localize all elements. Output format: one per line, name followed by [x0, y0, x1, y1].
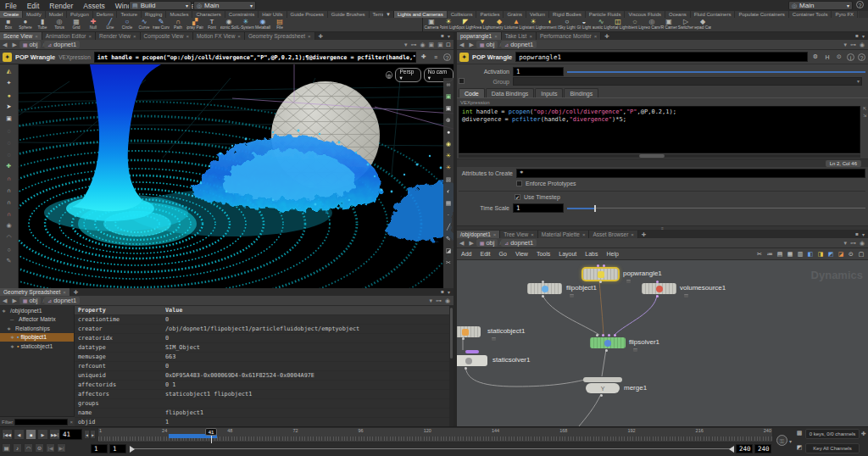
- geo-table-row[interactable]: creationtime0: [75, 315, 449, 325]
- network-menu-item[interactable]: Layout: [554, 251, 581, 257]
- pin-icon[interactable]: ⊶: [850, 42, 856, 48]
- shelf-tool[interactable]: ▼ Area Light: [474, 18, 491, 32]
- close-tab-icon[interactable]: ×: [582, 232, 586, 237]
- new-tab-icon[interactable]: ✚: [70, 289, 81, 296]
- node-flipobject1[interactable]: [527, 283, 562, 294]
- node-name-input[interactable]: popwrangle1: [515, 52, 808, 62]
- folder-tab[interactable]: Data Bindings: [486, 88, 535, 97]
- range-end-input[interactable]: 240: [754, 444, 771, 453]
- pane-tab[interactable]: Performance Monitor×: [537, 32, 601, 40]
- link-icon[interactable]: ◉: [445, 298, 450, 304]
- shelf-tool[interactable]: ✚ Null: [85, 18, 102, 32]
- gear-icon[interactable]: ⚙: [811, 53, 820, 61]
- shelf-tool[interactable]: ◒ GI Light: [576, 18, 593, 32]
- shelf-tool[interactable]: ◉ Metaball: [254, 18, 271, 32]
- network-toolbar-icon[interactable]: ▤: [776, 250, 784, 259]
- viewport-tool-icon[interactable]: ✎: [5, 257, 14, 265]
- path-node-chip[interactable]: ⊿dopnet1: [501, 41, 537, 48]
- display-option-icon[interactable]: ◐: [444, 186, 453, 196]
- shelf-tab[interactable]: Pyro FX: [832, 11, 858, 18]
- node-popwrangle1[interactable]: [583, 269, 618, 280]
- shelf-tool[interactable]: ▣ Camera: [423, 18, 440, 32]
- display-option-icon[interactable]: ●: [444, 127, 453, 136]
- transport-button[interactable]: ■: [25, 429, 36, 440]
- viewport-tool-icon[interactable]: ○: [5, 245, 14, 253]
- shelf-tool[interactable]: ◉ Platonic Solids: [220, 18, 237, 32]
- snapshot-icon[interactable]: ▣: [429, 42, 435, 48]
- pane-tab[interactable]: Render View×: [96, 32, 141, 40]
- shelf-tab[interactable]: Sparse Pyro FX: [858, 11, 859, 18]
- vexpression-quick-input[interactable]: int handle = pcopen("op:/obj/coll/diverg…: [94, 52, 416, 63]
- network-toolbar-icon[interactable]: ◧: [806, 250, 815, 259]
- viewport-tool-icon[interactable]: ∩: [5, 186, 14, 194]
- shelf-tool[interactable]: ◎ Torus: [51, 18, 68, 32]
- viewport-tool-icon[interactable]: ◌: [5, 126, 14, 135]
- network-toolbar-icon[interactable]: ✂: [755, 250, 764, 259]
- path-root-chip[interactable]: ▦obj: [19, 297, 42, 304]
- playbar-option-button[interactable]: ▶|: [57, 443, 66, 453]
- close-tab-icon[interactable]: ×: [531, 232, 534, 237]
- close-tab-icon[interactable]: ×: [493, 232, 497, 237]
- network-menu-item[interactable]: Add: [457, 251, 476, 257]
- shelf-tab[interactable]: Populate Containers: [735, 11, 788, 18]
- geo-table-row[interactable]: memusage663: [75, 353, 449, 362]
- shelf-tool[interactable]: ▲ Volume Light: [508, 18, 525, 32]
- shelf-tab[interactable]: Guide Brushes: [328, 11, 370, 18]
- pane-tab[interactable]: Geometry Spreadsheet×: [245, 32, 315, 40]
- path-node-chip[interactable]: ⊿dopnet1: [44, 41, 80, 48]
- shelf-tool[interactable]: ∿ Caustic Light: [593, 18, 609, 32]
- sort-icon[interactable]: ≡: [431, 53, 440, 61]
- pane-tab[interactable]: Tree View×: [500, 231, 537, 238]
- back-icon[interactable]: ◀: [0, 298, 9, 304]
- pane-tab[interactable]: popwrangle1×: [457, 32, 502, 40]
- path-dropdown-icon[interactable]: ▾: [404, 42, 408, 48]
- link-icon[interactable]: ◉: [860, 42, 865, 48]
- playhead[interactable]: 41: [205, 428, 217, 436]
- viewport-tool-icon[interactable]: ✚: [5, 162, 14, 170]
- menu-item[interactable]: File: [0, 2, 22, 10]
- display-option-icon[interactable]: ▣: [444, 92, 453, 101]
- viewport-tool-icon[interactable]: ∩: [5, 197, 14, 206]
- shelf-tool[interactable]: ▣ VR Camera: [660, 18, 677, 32]
- path-node-chip[interactable]: ⊿dopnet1: [44, 297, 80, 304]
- close-tab-icon[interactable]: ×: [63, 290, 66, 295]
- display-option-icon[interactable]: ⊗: [444, 115, 453, 125]
- pane-tab[interactable]: Composite View×: [141, 32, 193, 40]
- info-icon[interactable]: i: [847, 53, 854, 61]
- timeline-ruler[interactable]: 124487296120144168192216240 41: [97, 427, 773, 442]
- node-staticsolver1[interactable]: [457, 355, 487, 366]
- pane-tab[interactable]: Material Palette×: [538, 231, 590, 238]
- network-toolbar-icon[interactable]: ◪: [837, 250, 845, 259]
- add-parm-icon[interactable]: ✚: [420, 53, 428, 61]
- network-canvas[interactable]: popwrangle1 flipobject1 volumesource1 st…: [457, 260, 868, 426]
- enforce-prototypes-checkbox[interactable]: [516, 181, 522, 186]
- folder-tab[interactable]: Inputs: [535, 88, 563, 97]
- geo-table-row[interactable]: creator/obj/dopnet1/flipobject1/particle…: [75, 325, 449, 334]
- viewport-snapshot-icon[interactable]: ⊕: [386, 71, 392, 79]
- shelf-tool[interactable]: T Font: [203, 18, 220, 32]
- shelf-tool[interactable]: ╱ Line: [102, 18, 119, 32]
- pane-maximize-icon[interactable]: ■: [441, 289, 444, 295]
- activation-ladder[interactable]: [567, 71, 865, 73]
- display-option-icon[interactable]: ✂: [444, 258, 453, 267]
- close-tab-icon[interactable]: ×: [494, 34, 498, 39]
- display-option-icon[interactable]: ·: [444, 210, 453, 220]
- close-tab-icon[interactable]: ×: [88, 34, 92, 39]
- path-root-chip[interactable]: ▦obj: [19, 41, 42, 48]
- playback-end-input[interactable]: 240: [736, 444, 753, 453]
- pane-menu-icon[interactable]: ▾: [862, 231, 865, 237]
- pin-icon[interactable]: ⊶: [436, 298, 442, 304]
- shelf-tool[interactable]: ▦ Grid: [68, 18, 85, 32]
- shelf-tool[interactable]: ◐ Environment Light: [542, 18, 559, 32]
- node-merge1[interactable]: Y: [586, 383, 620, 393]
- key-all-channels-button[interactable]: Key All Channels: [805, 443, 860, 453]
- shelf-tool[interactable]: ☀ Point Light: [440, 18, 457, 32]
- keys-summary-button[interactable]: 0 keys, 0/0 channels: [805, 429, 860, 439]
- time-scale-slider[interactable]: [567, 208, 865, 209]
- shelf-tool[interactable]: ✳ L-System: [237, 18, 254, 32]
- node-flipsolver1[interactable]: [590, 337, 626, 348]
- viewport-tool-icon[interactable]: ◌: [5, 138, 14, 147]
- pane-tab[interactable]: /obj/dopnet1×: [457, 231, 500, 238]
- frame-step-forward-button[interactable]: ▸: [90, 430, 96, 439]
- shelf-tab[interactable]: Container Tools: [789, 11, 832, 18]
